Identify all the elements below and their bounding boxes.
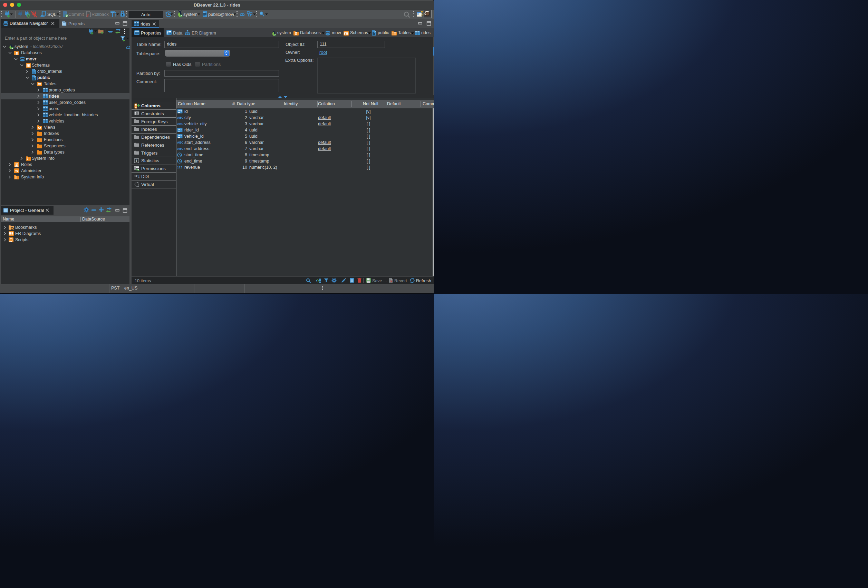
svg-text:i: i <box>136 159 137 162</box>
svg-text:T: T <box>138 174 140 179</box>
